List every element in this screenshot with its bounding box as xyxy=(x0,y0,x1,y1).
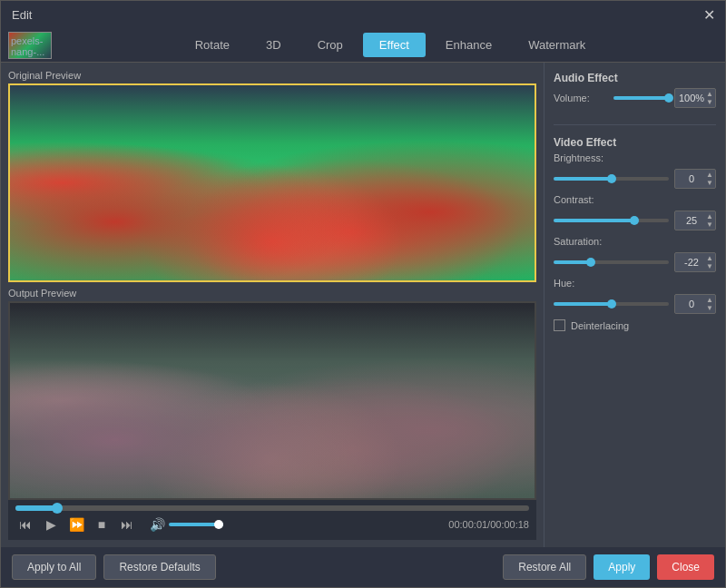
saturation-slider-track[interactable] xyxy=(554,260,669,264)
apply-button[interactable]: Apply xyxy=(594,554,650,580)
deinterlacing-checkbox[interactable] xyxy=(554,319,565,331)
video-effect-section: Video Effect Brightness: 0 ▲ ▼ xyxy=(554,136,716,331)
stop-button[interactable]: ■ xyxy=(92,514,112,534)
original-preview-section: Original Preview xyxy=(8,70,536,282)
tab-enhance[interactable]: Enhance xyxy=(429,33,508,57)
saturation-label: Saturation: xyxy=(554,236,608,247)
hue-slider-thumb[interactable] xyxy=(607,299,616,309)
saturation-row: Saturation: xyxy=(554,236,716,247)
hue-label: Hue: xyxy=(554,278,608,289)
brightness-slider-fill xyxy=(554,177,612,181)
saturation-input[interactable]: -22 ▲ ▼ xyxy=(674,252,716,272)
contrast-control-row: 25 ▲ ▼ xyxy=(554,211,716,230)
saturation-control-row: -22 ▲ ▼ xyxy=(554,252,716,272)
contrast-arrows[interactable]: ▲ ▼ xyxy=(706,212,713,229)
contrast-slider-fill xyxy=(554,219,634,222)
hue-control-row: 0 ▲ ▼ xyxy=(554,294,716,314)
restore-all-button[interactable]: Restore All xyxy=(503,554,586,580)
brightness-arrows[interactable]: ▲ ▼ xyxy=(706,171,713,187)
progress-fill xyxy=(15,505,56,511)
saturation-arrows[interactable]: ▲ ▼ xyxy=(706,254,713,270)
volume-slider-track[interactable] xyxy=(613,96,669,100)
restore-defaults-button[interactable]: Restore Defaults xyxy=(103,554,215,580)
original-preview-label: Original Preview xyxy=(8,70,536,81)
close-window-button[interactable]: ✕ xyxy=(700,5,718,24)
hue-slider-fill xyxy=(554,302,612,306)
file-thumbnail: pexels-nang-... xyxy=(8,32,52,59)
volume-slider[interactable] xyxy=(169,523,223,526)
deinterlacing-row: Deinterlacing xyxy=(554,319,716,331)
brightness-row: Brightness: xyxy=(554,152,716,163)
skip-end-button[interactable]: ⏭ xyxy=(117,514,137,534)
contrast-slider-thumb[interactable] xyxy=(630,216,639,225)
original-preview-box xyxy=(8,83,536,282)
tab-effect[interactable]: Effect xyxy=(363,33,426,57)
brightness-slider-track[interactable] xyxy=(554,177,669,181)
saturation-slider-thumb[interactable] xyxy=(586,258,595,267)
brightness-control-row: 0 ▲ ▼ xyxy=(554,169,716,189)
hue-row: Hue: xyxy=(554,278,716,289)
output-preview-image xyxy=(10,303,535,498)
tab-watermark[interactable]: Watermark xyxy=(512,33,602,57)
contrast-label: Contrast: xyxy=(554,194,608,205)
progress-handle[interactable] xyxy=(52,503,63,514)
main-content: Original Preview Output Preview xyxy=(1,63,725,547)
hue-slider-track[interactable] xyxy=(554,302,669,306)
apply-to-all-button[interactable]: Apply to All xyxy=(12,554,96,580)
controls-row: ⏮ ▶ ⏩ ■ ⏭ 🔊 00:00:01/00:00:18 xyxy=(15,514,529,534)
preview-sections: Original Preview Output Preview xyxy=(8,70,536,500)
skip-start-button[interactable]: ⏮ xyxy=(15,514,35,534)
volume-slider-fill xyxy=(613,96,669,100)
apply-all-restore-group: Apply to All Restore Defaults xyxy=(12,554,216,580)
tab-list: Rotate 3D Crop Effect Enhance Watermark xyxy=(63,33,718,57)
title-bar: Edit ✕ xyxy=(1,1,725,28)
hue-arrows[interactable]: ▲ ▼ xyxy=(706,296,713,312)
volume-arrows[interactable]: ▲ ▼ xyxy=(706,90,713,106)
progress-bar[interactable] xyxy=(15,505,529,511)
volume-input[interactable]: 100% ▲ ▼ xyxy=(674,88,716,108)
volume-handle[interactable] xyxy=(214,520,223,529)
edit-window: Edit ✕ pexels-nang-... Rotate 3D Crop Ef… xyxy=(0,0,726,588)
volume-label: Volume: xyxy=(554,93,608,103)
fast-forward-button[interactable]: ⏩ xyxy=(66,514,86,534)
close-button[interactable]: Close xyxy=(657,554,714,580)
video-effect-title: Video Effect xyxy=(554,136,716,149)
brightness-label: Brightness: xyxy=(554,152,608,163)
brightness-slider-thumb[interactable] xyxy=(607,174,616,183)
preview-area: Original Preview Output Preview xyxy=(1,63,544,547)
contrast-input[interactable]: 25 ▲ ▼ xyxy=(674,211,716,230)
separator-1 xyxy=(554,124,716,125)
deinterlacing-label: Deinterlacing xyxy=(571,320,629,331)
tab-rotate[interactable]: Rotate xyxy=(179,33,246,57)
audio-effect-title: Audio Effect xyxy=(554,72,716,84)
volume-slider-thumb[interactable] xyxy=(664,93,673,103)
original-preview-image xyxy=(10,85,535,280)
tab-3d[interactable]: 3D xyxy=(250,33,298,57)
time-display: 00:00:01/00:00:18 xyxy=(448,519,529,530)
hue-input[interactable]: 0 ▲ ▼ xyxy=(674,294,716,314)
output-preview-box xyxy=(8,301,536,500)
audio-effect-section: Audio Effect Volume: 100% ▲ ▼ xyxy=(554,72,716,113)
filename-label: pexels-nang-... xyxy=(11,35,51,57)
play-button[interactable]: ▶ xyxy=(41,514,61,534)
tab-bar: pexels-nang-... Rotate 3D Crop Effect En… xyxy=(1,28,725,63)
volume-icon: 🔊 xyxy=(150,517,165,532)
playback-bar: ⏮ ▶ ⏩ ■ ⏭ 🔊 00:00:01/00:00:18 xyxy=(8,500,536,540)
window-title: Edit xyxy=(12,8,32,22)
right-panel: Audio Effect Volume: 100% ▲ ▼ xyxy=(544,63,725,547)
volume-row: Volume: 100% ▲ ▼ xyxy=(554,88,716,108)
volume-area: 🔊 xyxy=(150,517,223,532)
contrast-slider-track[interactable] xyxy=(554,219,669,222)
brightness-input[interactable]: 0 ▲ ▼ xyxy=(674,169,716,189)
contrast-row: Contrast: xyxy=(554,194,716,205)
saturation-slider-fill xyxy=(554,260,591,264)
tab-crop[interactable]: Crop xyxy=(301,33,359,57)
bottom-right-buttons: Restore All Apply Close xyxy=(503,554,714,580)
output-preview-label: Output Preview xyxy=(8,288,536,299)
bottom-bar: Apply to All Restore Defaults Restore Al… xyxy=(1,547,725,587)
output-preview-section: Output Preview xyxy=(8,288,536,500)
